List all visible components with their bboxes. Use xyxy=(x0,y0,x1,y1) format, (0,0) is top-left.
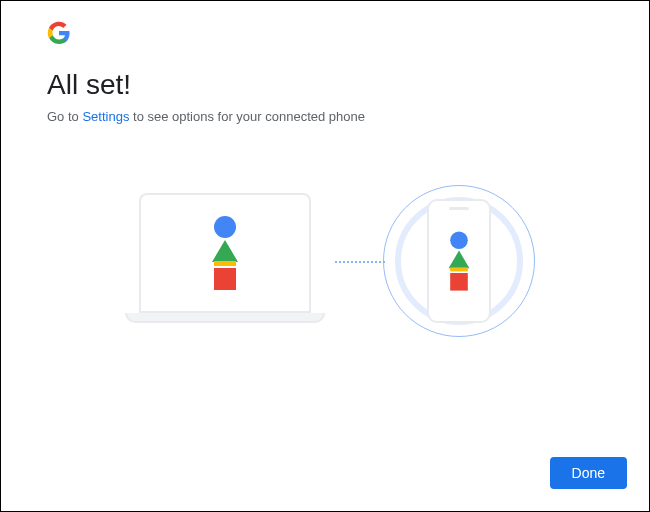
phone-shapes xyxy=(449,231,470,290)
yellow-bar-icon xyxy=(450,267,468,271)
blue-circle-icon xyxy=(214,216,236,238)
laptop-base xyxy=(125,313,325,323)
phone-icon xyxy=(427,199,491,323)
page-subtitle: Go to Settings to see options for your c… xyxy=(47,109,365,124)
green-triangle-icon xyxy=(449,251,470,269)
red-square-icon xyxy=(450,273,468,291)
subtitle-suffix: to see options for your connected phone xyxy=(129,109,365,124)
dotted-connector-icon xyxy=(335,261,385,263)
google-g-icon xyxy=(47,21,71,45)
settings-link[interactable]: Settings xyxy=(82,109,129,124)
connection-illustration xyxy=(115,171,535,361)
subtitle-prefix: Go to xyxy=(47,109,82,124)
red-square-icon xyxy=(214,268,236,290)
blue-circle-icon xyxy=(450,231,468,249)
page-title: All set! xyxy=(47,69,131,101)
yellow-bar-icon xyxy=(214,261,236,266)
done-button[interactable]: Done xyxy=(550,457,627,489)
google-logo xyxy=(47,21,71,45)
laptop-icon xyxy=(125,193,325,343)
green-triangle-icon xyxy=(212,240,238,262)
laptop-screen xyxy=(139,193,311,313)
laptop-shapes xyxy=(212,216,238,290)
